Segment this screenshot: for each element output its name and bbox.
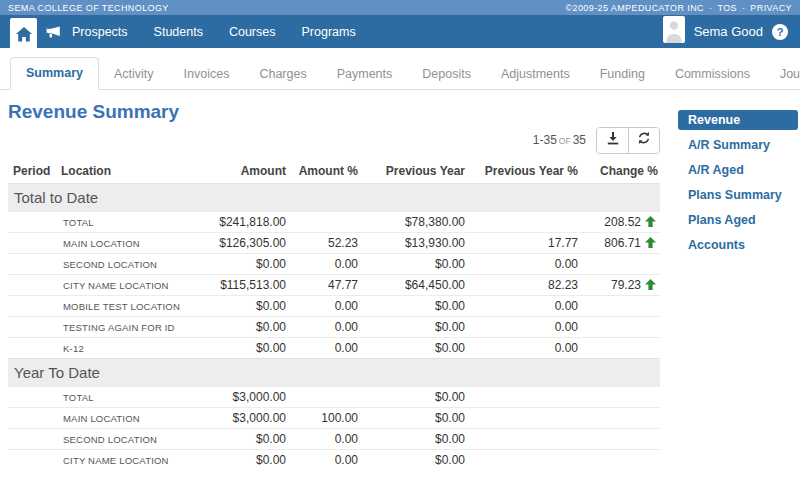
cell-prev-year: $0.00 — [360, 387, 467, 408]
tos-link[interactable]: TOS — [717, 3, 737, 13]
cell-amount: $3,000.00 — [188, 408, 288, 429]
nav-item-courses[interactable]: Courses — [229, 25, 276, 39]
cell-prev-year-pct: 0.00 — [467, 296, 580, 317]
cell-prev-year: $0.00 — [360, 254, 467, 275]
revenue-table: PeriodLocationAmountAmount %Previous Yea… — [8, 159, 660, 471]
cell-period — [8, 233, 56, 254]
cell-prev-year: $64,450.00 — [360, 275, 467, 296]
cell-amount-pct: 0.00 — [288, 296, 360, 317]
tab-journal[interactable]: Journal — [765, 59, 800, 90]
cell-prev-year-pct: 0.00 — [467, 338, 580, 359]
table-row: TOTAL$3,000.00$0.00 — [8, 387, 660, 408]
table-row: MAIN LOCATION$126,305.0052.23$13,930.001… — [8, 233, 660, 254]
arrow-up-icon — [645, 216, 656, 227]
table-row: CITY NAME LOCATION$0.000.00$0.00 — [8, 450, 660, 471]
arrow-up-icon — [645, 279, 656, 290]
tab-payments[interactable]: Payments — [322, 59, 408, 90]
table-body: Total to DateTOTAL$241,818.00$78,380.002… — [8, 184, 660, 471]
cell-change-pct — [580, 429, 660, 450]
home-tab[interactable] — [10, 18, 37, 55]
tab-adjustments[interactable]: Adjustments — [486, 59, 585, 90]
school-name: SEMA COLLEGE OF TECHNOLOGY — [8, 3, 169, 13]
report-sidebar: RevenueA/R SummaryA/R AgedPlans SummaryP… — [678, 110, 798, 260]
sidebar-item-plans-aged[interactable]: Plans Aged — [678, 210, 798, 230]
tab-summary[interactable]: Summary — [10, 57, 99, 90]
cell-period — [8, 275, 56, 296]
pagination-total: 35 — [573, 133, 586, 147]
user-name[interactable]: Sema Good — [694, 24, 763, 39]
cell-amount-pct: 0.00 — [288, 429, 360, 450]
arrow-up-icon — [645, 237, 656, 248]
cell-prev-year-pct — [467, 387, 580, 408]
cell-location: K-12 — [56, 338, 188, 359]
cell-prev-year-pct — [467, 408, 580, 429]
nav-item-students[interactable]: Students — [154, 25, 203, 39]
cell-prev-year: $0.00 — [360, 408, 467, 429]
cell-change-pct — [580, 450, 660, 471]
section-title: Year To Date — [8, 359, 660, 387]
question-circle-icon[interactable]: ? — [772, 24, 788, 40]
cell-prev-year-pct — [467, 429, 580, 450]
change-value: 208.52 — [604, 215, 641, 229]
column-header-amount: Amount — [188, 159, 288, 184]
cell-prev-year: $0.00 — [360, 338, 467, 359]
cell-prev-year-pct — [467, 212, 580, 233]
cell-period — [8, 450, 56, 471]
table-row: CITY NAME LOCATION$115,513.0047.77$64,45… — [8, 275, 660, 296]
column-header-location: Location — [56, 159, 188, 184]
tab-invoices[interactable]: Invoices — [169, 59, 245, 90]
cell-change-pct — [580, 254, 660, 275]
pagination-range: 1-35 — [533, 133, 557, 147]
cell-location: CITY NAME LOCATION — [56, 275, 188, 296]
cell-location: SECOND LOCATION — [56, 254, 188, 275]
pagination-text: 1-35of35 — [533, 133, 586, 147]
megaphone-icon[interactable] — [46, 26, 61, 38]
cell-amount: $115,513.00 — [188, 275, 288, 296]
tab-charges[interactable]: Charges — [244, 59, 321, 90]
cell-amount-pct — [288, 212, 360, 233]
tab-activity[interactable]: Activity — [99, 59, 169, 90]
cell-amount: $0.00 — [188, 429, 288, 450]
cell-period — [8, 317, 56, 338]
cell-location: TOTAL — [56, 212, 188, 233]
sidebar-item-revenue[interactable]: Revenue — [678, 110, 798, 130]
download-icon — [606, 131, 620, 149]
table-row: MAIN LOCATION$3,000.00100.00$0.00 — [8, 408, 660, 429]
cell-amount: $126,305.00 — [188, 233, 288, 254]
table-row: TESTING AGAIN FOR ID$0.000.00$0.000.00 — [8, 317, 660, 338]
sidebar-item-a-r-summary[interactable]: A/R Summary — [678, 135, 798, 155]
sidebar-item-a-r-aged[interactable]: A/R Aged — [678, 160, 798, 180]
cell-amount-pct: 0.00 — [288, 317, 360, 338]
cell-period — [8, 408, 56, 429]
refresh-button[interactable] — [628, 128, 659, 153]
nav-item-prospects[interactable]: Prospects — [72, 25, 128, 39]
separator: · — [742, 3, 745, 13]
download-button[interactable] — [597, 128, 628, 153]
cell-period — [8, 429, 56, 450]
nav-item-programs[interactable]: Programs — [301, 25, 355, 39]
privacy-link[interactable]: PRIVACY — [750, 3, 792, 13]
sidebar-item-plans-summary[interactable]: Plans Summary — [678, 185, 798, 205]
cell-location: TESTING AGAIN FOR ID — [56, 317, 188, 338]
cell-period — [8, 254, 56, 275]
cell-amount-pct: 0.00 — [288, 450, 360, 471]
tab-deposits[interactable]: Deposits — [407, 59, 486, 90]
cell-prev-year-pct: 17.77 — [467, 233, 580, 254]
user-avatar-icon[interactable] — [663, 16, 685, 47]
table-header-row: PeriodLocationAmountAmount %Previous Yea… — [8, 159, 660, 184]
tab-funding[interactable]: Funding — [585, 59, 660, 90]
tab-commissions[interactable]: Commissions — [660, 59, 765, 90]
cell-prev-year: $0.00 — [360, 429, 467, 450]
sidebar-item-accounts[interactable]: Accounts — [678, 235, 798, 255]
cell-amount: $0.00 — [188, 450, 288, 471]
cell-amount-pct: 47.77 — [288, 275, 360, 296]
section-row: Total to Date — [8, 184, 660, 212]
cell-amount: $3,000.00 — [188, 387, 288, 408]
cell-amount: $0.00 — [188, 254, 288, 275]
cell-location: CITY NAME LOCATION — [56, 450, 188, 471]
column-header-amount: Amount % — [288, 159, 360, 184]
separator: · — [709, 3, 712, 13]
cell-change-pct — [580, 408, 660, 429]
main-navbar: ProspectsStudentsCoursesPrograms Sema Go… — [0, 15, 800, 48]
cell-amount: $0.00 — [188, 338, 288, 359]
